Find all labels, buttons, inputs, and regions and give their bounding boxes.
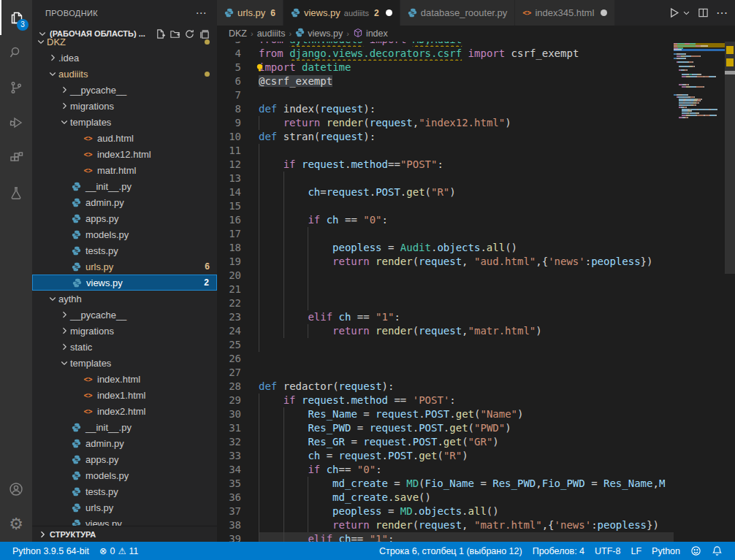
tree-item-views.py[interactable]: views.py2 [32,275,217,291]
python-interpreter-status[interactable]: Python 3.9.5 64-bit [7,542,94,560]
code-line-3[interactable]: 3from aythh.models import MD,Audit [217,42,674,47]
explorer-more-actions-button[interactable]: ⋯ [196,7,207,20]
run-dropdown-button[interactable] [682,9,690,17]
code-line-18[interactable]: 18peopless = Audit.objects.all() [217,241,674,255]
activity-source-control-button[interactable] [0,70,32,105]
code-line-10[interactable]: 10def stran(request): [217,130,674,144]
tab-views.py[interactable]: views.pyaudiiits2 [283,0,400,26]
tree-item-.idea[interactable]: .idea [32,50,217,66]
indentation-status[interactable]: Пробелов: 4 [528,546,590,556]
feedback-button[interactable] [685,545,707,556]
tree-item-models.py[interactable]: models.py [32,467,217,483]
code-line-28[interactable]: 28def redactor(request): [217,380,674,394]
breadcrumb-item-file[interactable]: views.py [295,28,343,39]
tree-item-apps.py[interactable]: apps.py [32,210,217,226]
tab-urls.py[interactable]: urls.py6 [217,0,283,26]
encoding-status[interactable]: UTF-8 [590,546,625,556]
tree-item-tests.py[interactable]: tests.py [32,242,217,258]
breadcrumb-item-folder[interactable]: audiiits [257,28,286,39]
code-line-19[interactable]: 19return render(request, "aud.html",{'ne… [217,255,674,269]
code-line-32[interactable]: 32Res_GR = request.POST.get("GR") [217,435,674,449]
code-line-13[interactable]: 13 [217,172,674,185]
tree-item-urls.py[interactable]: urls.py6 [32,258,217,275]
tree-item-templates[interactable]: templates [32,114,217,130]
split-editor-button[interactable] [698,7,709,18]
tree-item-index12.html[interactable]: <>index12.html [32,146,217,162]
minimap[interactable] [674,43,725,118]
tree-item-__pycache__[interactable]: __pycache__ [32,307,217,323]
tree-item-migrations[interactable]: migrations [32,98,217,114]
tree-item-admin.py[interactable]: admin.py [32,194,217,210]
tree-item-views.py[interactable]: views.py [32,515,217,526]
code-line-36[interactable]: 36md_create.save() [217,491,674,505]
activity-search-button[interactable] [0,35,32,70]
problems-status[interactable]: ⊗ 0 ⚠ 11 [94,542,144,560]
vertical-scrollbar[interactable] [725,42,735,274]
tree-item-__pycache__[interactable]: __pycache__ [32,82,217,98]
breadcrumb-item-symbol[interactable]: index [353,28,388,40]
code-line-38[interactable]: 38return render(request, "matr.html",{'n… [217,518,674,532]
code-line-7[interactable]: 7 [217,88,674,102]
cursor-position-status[interactable]: Строка 6, столбец 1 (выбрано 12) [374,546,528,556]
code-line-33[interactable]: 33ch = request.POST.get("R") [217,449,674,463]
tree-item-models.py[interactable]: models.py [32,226,217,242]
code-line-15[interactable]: 15 [217,199,674,213]
code-line-5[interactable]: 5import datetime [217,61,674,74]
tree-item-urls.py[interactable]: urls.py [32,499,217,515]
tree-item-__init__.py[interactable]: __init__.py [32,419,217,435]
lightbulb-icon[interactable] [255,62,264,76]
tab-index345.html[interactable]: <>index345.html [515,0,615,26]
code-line-11[interactable]: 11 [217,144,674,158]
editor[interactable]: 3from aythh.models import MD,Audit4from … [217,42,735,542]
code-line-34[interactable]: 34if ch== "0": [217,463,674,477]
activity-accounts-button[interactable] [0,472,32,507]
activity-testing-button[interactable] [0,175,32,210]
notifications-button[interactable] [707,545,728,556]
code-line-30[interactable]: 30Res_Name = request.POST.get("Name") [217,407,674,421]
code-line-8[interactable]: 8def index(request): [217,102,674,116]
dirty-indicator[interactable] [601,9,607,16]
code-line-21[interactable]: 21 [217,283,674,296]
code-line-27[interactable]: 27 [217,366,674,380]
tree-item-index2.html[interactable]: <>index2.html [32,403,217,419]
tree-item-index.html[interactable]: <>index.html [32,371,217,387]
breadcrumb-item-folder[interactable]: DKZ [229,28,247,39]
code-line-29[interactable]: 29if request.method == 'POST': [217,394,674,407]
activity-settings-button[interactable]: ⚙ [0,507,32,542]
code-line-14[interactable]: 14ch=request.POST.get("R") [217,185,674,199]
code-line-6[interactable]: 6@csrf_exempt [217,74,674,88]
run-python-file-button[interactable] [668,7,680,19]
code-line-20[interactable]: 20 [217,269,674,283]
code-line-24[interactable]: 24return render(request,"matr.html") [217,324,674,338]
tree-item-audiiits[interactable]: audiiits [32,66,217,82]
code-line-17[interactable]: 17 [217,227,674,241]
code-line-35[interactable]: 35md_create = MD(Fio_Name = Res_PWD,Fio_… [217,477,674,491]
tree-item-admin.py[interactable]: admin.py [32,435,217,451]
code-line-31[interactable]: 31Res_PWD = request.POST.get("PWD") [217,421,674,435]
tree-item-apps.py[interactable]: apps.py [32,451,217,467]
code-line-23[interactable]: 23elif ch == "1": [217,310,674,324]
language-mode-status[interactable]: Python [647,546,685,556]
outline-section-header[interactable]: СТРУКТУРА [32,526,217,542]
dirty-indicator[interactable] [386,9,392,16]
tree-item-tests.py[interactable]: tests.py [32,483,217,499]
tree-item-aythh[interactable]: aythh [32,291,217,307]
activity-extensions-button[interactable] [0,140,32,175]
code-line-26[interactable]: 26 [217,352,674,366]
tree-item-aud.html[interactable]: <>aud.html [32,130,217,146]
code-line-4[interactable]: 4from django.views.decorators.csrf impor… [217,47,674,61]
tree-item-static[interactable]: static [32,339,217,355]
code-line-22[interactable]: 22 [217,296,674,310]
eol-status[interactable]: LF [625,546,647,556]
code-line-25[interactable]: 25 [217,338,674,352]
tree-item-migrations[interactable]: migrations [32,323,217,339]
code-line-9[interactable]: 9return render(request,"index12.html") [217,116,674,130]
code-line-39[interactable]: 39elif ch== "1": [217,532,674,542]
code-line-12[interactable]: 12if request.method=="POST": [217,158,674,172]
tab-database_roouter.py[interactable]: database_roouter.py [400,0,516,26]
activity-explorer-button[interactable]: 3 [0,0,32,35]
tree-item-DKZ[interactable]: DKZ [32,34,217,50]
code-line-37[interactable]: 37peopless = MD.objects.all() [217,505,674,518]
tree-item-matr.html[interactable]: <>matr.html [32,162,217,178]
tree-item-templates[interactable]: templates [32,355,217,371]
